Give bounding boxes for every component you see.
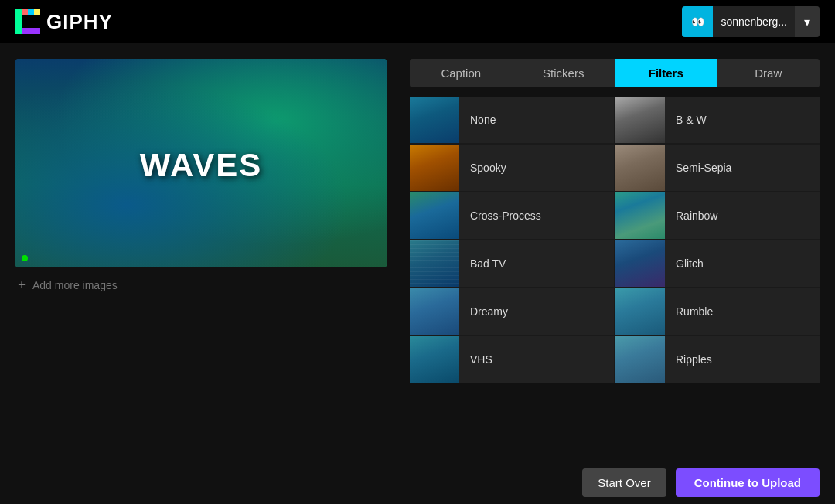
add-more-images[interactable]: ＋ Add more images [15, 277, 410, 293]
gif-preview: WAVES [15, 59, 387, 267]
filter-semi-sepia-label: Semi-Sepia [665, 162, 820, 174]
svg-rect-1 [22, 9, 28, 15]
user-name: sonnenberg... [713, 15, 795, 28]
filter-spooky-label: Spooky [459, 162, 614, 174]
user-avatar: 👀 [682, 6, 713, 37]
filter-rainbow-thumb [615, 192, 665, 239]
filter-none-thumb [410, 97, 459, 143]
filter-dreamy-label: Dreamy [459, 305, 614, 318]
filter-semi-sepia[interactable]: Semi-Sepia [615, 145, 820, 191]
tab-caption[interactable]: Caption [410, 59, 513, 87]
gif-overlay-text: WAVES [140, 147, 263, 184]
filter-bw-label: B & W [665, 114, 820, 126]
filter-bad-tv-thumb [410, 240, 459, 287]
tab-filters[interactable]: Filters [615, 59, 717, 87]
filter-bad-tv[interactable]: Bad TV [410, 240, 614, 287]
footer: Start Over Continue to Upload [0, 461, 835, 504]
user-dropdown-arrow[interactable]: ▾ [795, 6, 820, 37]
filter-semi-sepia-thumb [615, 145, 665, 191]
left-panel: WAVES ＋ Add more images [15, 59, 410, 445]
gif-indicator [22, 255, 28, 261]
filter-spooky-thumb [410, 145, 459, 191]
filter-vhs[interactable]: VHS [410, 336, 614, 383]
right-panel: Caption Stickers Filters Draw None B & W [410, 59, 820, 445]
filter-ripples[interactable]: Ripples [615, 336, 820, 383]
logo-text: GIPHY [46, 10, 113, 34]
tab-draw[interactable]: Draw [717, 59, 820, 87]
svg-rect-3 [34, 9, 40, 15]
header: GIPHY 👀 sonnenberg... ▾ [0, 0, 835, 43]
filter-rainbow[interactable]: Rainbow [615, 192, 820, 239]
svg-rect-4 [22, 28, 40, 34]
filter-ripples-thumb [615, 336, 665, 383]
filter-none-label: None [459, 114, 614, 126]
filter-none[interactable]: None [410, 97, 614, 143]
tab-bar: Caption Stickers Filters Draw [410, 59, 820, 87]
filter-rumble-label: Rumble [665, 305, 820, 318]
filter-dreamy[interactable]: Dreamy [410, 288, 614, 335]
main-content: WAVES ＋ Add more images Caption Stickers… [0, 43, 835, 461]
user-menu[interactable]: 👀 sonnenberg... ▾ [682, 6, 820, 37]
filter-cross-process-thumb [410, 192, 459, 239]
continue-to-upload-button[interactable]: Continue to Upload [676, 468, 820, 497]
filter-vhs-thumb [410, 336, 459, 383]
svg-rect-0 [15, 9, 22, 34]
filter-cross-process[interactable]: Cross-Process [410, 192, 614, 239]
filter-bad-tv-label: Bad TV [459, 257, 614, 270]
filter-rumble[interactable]: Rumble [615, 288, 820, 335]
add-icon: ＋ [15, 277, 28, 293]
filter-glitch[interactable]: Glitch [615, 240, 820, 287]
filter-glitch-thumb [615, 240, 665, 287]
filter-ripples-label: Ripples [665, 353, 820, 366]
filter-bw[interactable]: B & W [615, 97, 820, 143]
start-over-button[interactable]: Start Over [582, 468, 666, 497]
filter-spooky[interactable]: Spooky [410, 145, 614, 191]
tab-stickers[interactable]: Stickers [513, 59, 615, 87]
filter-glitch-label: Glitch [665, 257, 820, 270]
filter-rainbow-label: Rainbow [665, 209, 820, 222]
filter-bw-thumb [615, 97, 665, 143]
filter-cross-process-label: Cross-Process [459, 209, 614, 222]
filter-vhs-label: VHS [459, 353, 614, 366]
add-more-label: Add more images [32, 279, 118, 291]
filters-grid: None B & W Spooky Semi-Sepia [410, 97, 820, 383]
filter-dreamy-thumb [410, 288, 459, 335]
svg-rect-2 [28, 9, 34, 15]
giphy-logo-icon [15, 9, 40, 34]
filter-rumble-thumb [615, 288, 665, 335]
logo: GIPHY [15, 9, 113, 34]
